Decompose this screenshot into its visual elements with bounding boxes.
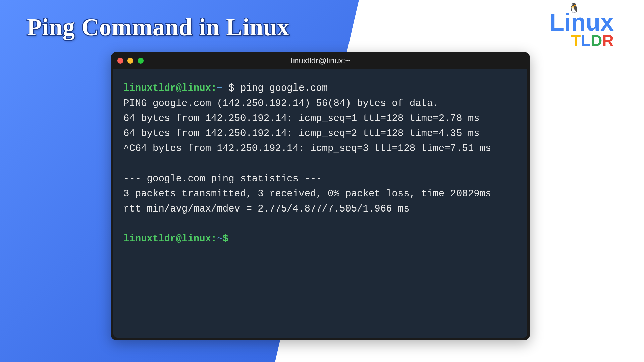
blank-line	[123, 217, 517, 232]
terminal-title: linuxtldr@linux:~	[290, 56, 350, 65]
close-icon[interactable]	[117, 58, 123, 64]
terminal-prompt-line: linuxtldr@linux:~$	[123, 232, 517, 247]
terminal-body[interactable]: linuxtldr@linux:~ $ ping google.com PING…	[113, 69, 527, 338]
terminal-prompt-line: linuxtldr@linux:~ $ ping google.com	[123, 81, 517, 96]
minimize-icon[interactable]	[127, 58, 133, 64]
terminal-output-line: 64 bytes from 142.250.192.14: icmp_seq=2…	[123, 126, 517, 141]
page-title: Ping Command in Linux	[27, 13, 289, 41]
terminal-prompt-user: linuxtldr@linux	[123, 83, 211, 94]
terminal-output-line: 64 bytes from 142.250.192.14: icmp_seq=1…	[123, 111, 517, 126]
terminal-output-line: ^C64 bytes from 142.250.192.14: icmp_seq…	[123, 141, 517, 157]
terminal-stats-line: --- google.com ping statistics ---	[123, 172, 517, 187]
terminal-prompt-user: linuxtldr@linux	[123, 233, 211, 244]
penguin-icon: 🐧	[568, 3, 580, 13]
maximize-icon[interactable]	[138, 58, 144, 64]
terminal-output-line: PING google.com (142.250.192.14) 56(84) …	[123, 96, 517, 111]
terminal-command: ping google.com	[240, 83, 328, 94]
terminal-stats-line: 3 packets transmitted, 3 received, 0% pa…	[123, 187, 517, 202]
traffic-lights	[117, 58, 144, 64]
blank-line	[123, 157, 517, 172]
terminal-window: linuxtldr@linux:~ linuxtldr@linux:~ $ pi…	[111, 52, 530, 340]
terminal-titlebar: linuxtldr@linux:~	[111, 52, 530, 69]
terminal-stats-line: rtt min/avg/max/mdev = 2.775/4.877/7.505…	[123, 202, 517, 217]
logo-container: 🐧 Linux TLDR	[549, 10, 614, 49]
logo-linux-text: 🐧 Linux	[549, 10, 614, 34]
